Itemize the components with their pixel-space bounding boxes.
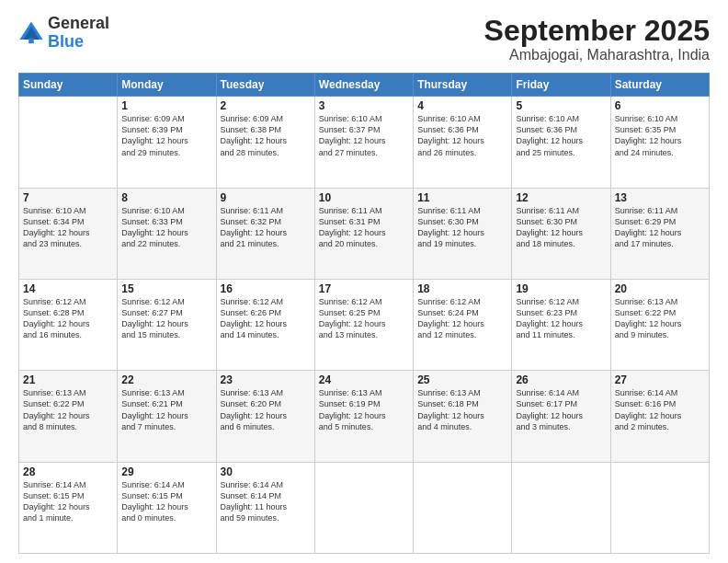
calendar-cell: 28Sunrise: 6:14 AM Sunset: 6:15 PM Dayli… xyxy=(19,462,118,553)
day-info: Sunrise: 6:11 AM Sunset: 6:29 PM Dayligh… xyxy=(615,205,705,250)
day-info: Sunrise: 6:14 AM Sunset: 6:15 PM Dayligh… xyxy=(121,479,211,524)
day-number: 26 xyxy=(516,373,606,386)
logo: General Blue xyxy=(18,15,109,52)
calendar-cell xyxy=(610,462,709,553)
calendar-cell: 21Sunrise: 6:13 AM Sunset: 6:22 PM Dayli… xyxy=(19,371,118,462)
day-info: Sunrise: 6:11 AM Sunset: 6:30 PM Dayligh… xyxy=(417,205,507,250)
calendar-cell xyxy=(19,97,118,188)
logo-icon xyxy=(18,20,44,46)
day-number: 8 xyxy=(121,191,211,204)
day-number: 15 xyxy=(121,282,211,295)
calendar-week-row: 21Sunrise: 6:13 AM Sunset: 6:22 PM Dayli… xyxy=(19,371,710,462)
day-info: Sunrise: 6:09 AM Sunset: 6:39 PM Dayligh… xyxy=(121,113,211,158)
calendar-cell: 18Sunrise: 6:12 AM Sunset: 6:24 PM Dayli… xyxy=(414,279,512,370)
logo-general: General xyxy=(48,15,109,33)
location-title: Ambajogai, Maharashtra, India xyxy=(484,47,710,63)
day-number: 4 xyxy=(417,99,507,112)
day-info: Sunrise: 6:13 AM Sunset: 6:19 PM Dayligh… xyxy=(319,387,409,432)
calendar-cell: 29Sunrise: 6:14 AM Sunset: 6:15 PM Dayli… xyxy=(118,462,216,553)
calendar-cell: 2Sunrise: 6:09 AM Sunset: 6:38 PM Daylig… xyxy=(216,97,314,188)
calendar-cell: 23Sunrise: 6:13 AM Sunset: 6:20 PM Dayli… xyxy=(216,371,314,462)
calendar-cell: 24Sunrise: 6:13 AM Sunset: 6:19 PM Dayli… xyxy=(314,371,413,462)
calendar-cell: 6Sunrise: 6:10 AM Sunset: 6:35 PM Daylig… xyxy=(610,97,709,188)
day-info: Sunrise: 6:12 AM Sunset: 6:24 PM Dayligh… xyxy=(417,296,507,341)
svg-rect-2 xyxy=(28,38,34,43)
day-info: Sunrise: 6:14 AM Sunset: 6:17 PM Dayligh… xyxy=(516,387,606,432)
day-number: 3 xyxy=(319,99,409,112)
calendar-cell: 7Sunrise: 6:10 AM Sunset: 6:34 PM Daylig… xyxy=(19,188,118,279)
day-number: 28 xyxy=(23,465,113,478)
day-number: 21 xyxy=(23,373,113,386)
calendar-cell: 26Sunrise: 6:14 AM Sunset: 6:17 PM Dayli… xyxy=(512,371,610,462)
calendar-cell: 12Sunrise: 6:11 AM Sunset: 6:30 PM Dayli… xyxy=(512,188,610,279)
day-info: Sunrise: 6:13 AM Sunset: 6:21 PM Dayligh… xyxy=(121,387,211,432)
day-info: Sunrise: 6:11 AM Sunset: 6:32 PM Dayligh… xyxy=(221,205,311,250)
day-number: 7 xyxy=(23,191,113,204)
day-info: Sunrise: 6:12 AM Sunset: 6:25 PM Dayligh… xyxy=(319,296,409,341)
calendar-cell xyxy=(512,462,610,553)
calendar-cell: 17Sunrise: 6:12 AM Sunset: 6:25 PM Dayli… xyxy=(314,279,413,370)
day-info: Sunrise: 6:14 AM Sunset: 6:14 PM Dayligh… xyxy=(221,479,311,524)
calendar-cell: 19Sunrise: 6:12 AM Sunset: 6:23 PM Dayli… xyxy=(512,279,610,370)
day-info: Sunrise: 6:12 AM Sunset: 6:28 PM Dayligh… xyxy=(23,296,113,341)
day-number: 2 xyxy=(221,99,311,112)
day-number: 16 xyxy=(221,282,311,295)
calendar-cell: 10Sunrise: 6:11 AM Sunset: 6:31 PM Dayli… xyxy=(314,188,413,279)
weekday-header-thursday: Thursday xyxy=(414,74,512,97)
day-info: Sunrise: 6:09 AM Sunset: 6:38 PM Dayligh… xyxy=(221,113,311,158)
day-info: Sunrise: 6:10 AM Sunset: 6:33 PM Dayligh… xyxy=(121,205,211,250)
day-info: Sunrise: 6:13 AM Sunset: 6:22 PM Dayligh… xyxy=(23,387,113,432)
calendar-cell: 5Sunrise: 6:10 AM Sunset: 6:36 PM Daylig… xyxy=(512,97,610,188)
calendar-cell: 14Sunrise: 6:12 AM Sunset: 6:28 PM Dayli… xyxy=(19,279,118,370)
day-number: 20 xyxy=(615,282,705,295)
day-info: Sunrise: 6:11 AM Sunset: 6:31 PM Dayligh… xyxy=(319,205,409,250)
day-info: Sunrise: 6:13 AM Sunset: 6:20 PM Dayligh… xyxy=(221,387,311,432)
day-number: 19 xyxy=(516,282,606,295)
calendar-table: SundayMondayTuesdayWednesdayThursdayFrid… xyxy=(18,73,710,554)
calendar-cell: 15Sunrise: 6:12 AM Sunset: 6:27 PM Dayli… xyxy=(118,279,216,370)
calendar-cell: 20Sunrise: 6:13 AM Sunset: 6:22 PM Dayli… xyxy=(610,279,709,370)
weekday-header-sunday: Sunday xyxy=(19,74,118,97)
day-number: 17 xyxy=(319,282,409,295)
calendar-cell: 22Sunrise: 6:13 AM Sunset: 6:21 PM Dayli… xyxy=(118,371,216,462)
calendar-cell: 16Sunrise: 6:12 AM Sunset: 6:26 PM Dayli… xyxy=(216,279,314,370)
calendar-cell: 3Sunrise: 6:10 AM Sunset: 6:37 PM Daylig… xyxy=(314,97,413,188)
header: General Blue September 2025 Ambajogai, M… xyxy=(18,15,710,63)
day-info: Sunrise: 6:12 AM Sunset: 6:26 PM Dayligh… xyxy=(221,296,311,341)
calendar-cell xyxy=(414,462,512,553)
weekday-header-friday: Friday xyxy=(512,74,610,97)
weekday-header-wednesday: Wednesday xyxy=(314,74,413,97)
calendar-cell: 25Sunrise: 6:13 AM Sunset: 6:18 PM Dayli… xyxy=(414,371,512,462)
day-number: 30 xyxy=(221,465,311,478)
day-number: 13 xyxy=(615,191,705,204)
calendar-cell: 30Sunrise: 6:14 AM Sunset: 6:14 PM Dayli… xyxy=(216,462,314,553)
logo-text: General Blue xyxy=(48,15,109,52)
calendar-cell: 4Sunrise: 6:10 AM Sunset: 6:36 PM Daylig… xyxy=(414,97,512,188)
day-info: Sunrise: 6:12 AM Sunset: 6:27 PM Dayligh… xyxy=(121,296,211,341)
day-info: Sunrise: 6:13 AM Sunset: 6:18 PM Dayligh… xyxy=(417,387,507,432)
day-number: 5 xyxy=(516,99,606,112)
weekday-header-tuesday: Tuesday xyxy=(216,74,314,97)
day-info: Sunrise: 6:10 AM Sunset: 6:37 PM Dayligh… xyxy=(319,113,409,158)
day-number: 9 xyxy=(221,191,311,204)
day-number: 25 xyxy=(417,373,507,386)
day-number: 27 xyxy=(615,373,705,386)
day-number: 29 xyxy=(121,465,211,478)
day-info: Sunrise: 6:10 AM Sunset: 6:36 PM Dayligh… xyxy=(417,113,507,158)
day-number: 23 xyxy=(221,373,311,386)
page: General Blue September 2025 Ambajogai, M… xyxy=(0,0,728,563)
day-info: Sunrise: 6:10 AM Sunset: 6:34 PM Dayligh… xyxy=(23,205,113,250)
title-block: September 2025 Ambajogai, Maharashtra, I… xyxy=(484,15,710,63)
day-number: 10 xyxy=(319,191,409,204)
calendar-week-row: 7Sunrise: 6:10 AM Sunset: 6:34 PM Daylig… xyxy=(19,188,710,279)
day-info: Sunrise: 6:11 AM Sunset: 6:30 PM Dayligh… xyxy=(516,205,606,250)
day-info: Sunrise: 6:10 AM Sunset: 6:35 PM Dayligh… xyxy=(615,113,705,158)
calendar-cell: 8Sunrise: 6:10 AM Sunset: 6:33 PM Daylig… xyxy=(118,188,216,279)
day-info: Sunrise: 6:14 AM Sunset: 6:16 PM Dayligh… xyxy=(615,387,705,432)
day-number: 24 xyxy=(319,373,409,386)
calendar-week-row: 28Sunrise: 6:14 AM Sunset: 6:15 PM Dayli… xyxy=(19,462,710,553)
calendar-cell: 9Sunrise: 6:11 AM Sunset: 6:32 PM Daylig… xyxy=(216,188,314,279)
day-number: 14 xyxy=(23,282,113,295)
calendar-week-row: 1Sunrise: 6:09 AM Sunset: 6:39 PM Daylig… xyxy=(19,97,710,188)
day-number: 18 xyxy=(417,282,507,295)
